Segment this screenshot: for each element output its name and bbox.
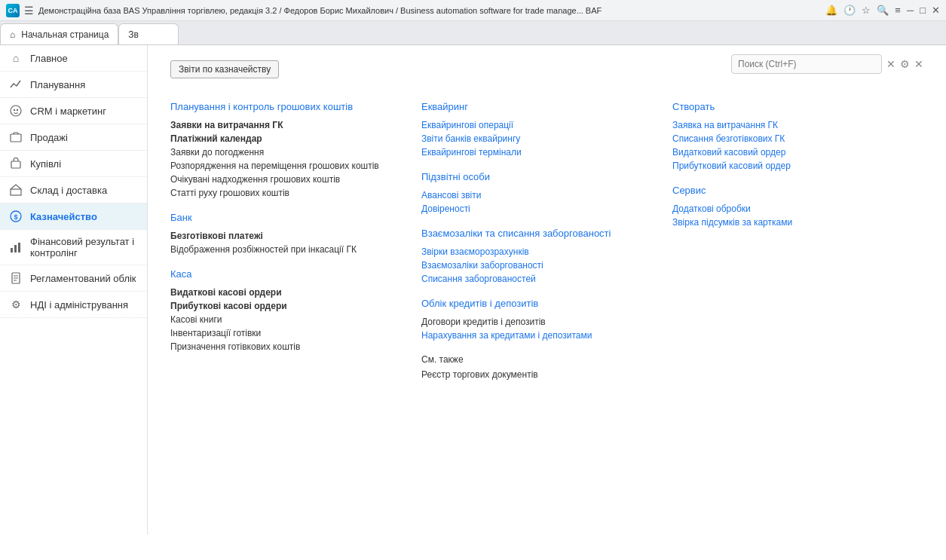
col2-eq-item-0[interactable]: Еквайрингові операції (421, 120, 657, 130)
col2-kredit-item-0[interactable]: Договори кредитів і депозитів (421, 317, 657, 327)
sidebar-item-regulated[interactable]: Регламентований облік (0, 265, 147, 292)
col2-section3-title: Взаємозаліки та списання заборгованості (421, 228, 657, 239)
sidebar-item-home[interactable]: ⌂ Главное (0, 45, 147, 72)
bell-icon[interactable]: 🔔 (825, 5, 837, 16)
content-area: ✕ ⚙ ✕ Звіти по казначейству Планування і… (148, 45, 946, 534)
col2-kredit-item-1[interactable]: Нарахування за кредитами і депозитами (421, 330, 657, 341)
col2-pid-item-1[interactable]: Довіреності (421, 203, 657, 214)
col1-section1-title: Планування і контроль грошових коштів (170, 101, 406, 112)
col3-create-item-0[interactable]: Заявка на витрачання ГК (672, 120, 908, 130)
col3-section1-title: Створать (672, 101, 908, 112)
sidebar-item-warehouse-label: Склад і доставка (30, 185, 107, 196)
col1-kasa-item-2[interactable]: Касові книги (170, 314, 406, 325)
sidebar-item-sales[interactable]: Продажі (0, 124, 147, 151)
sidebar-item-finance-label: Фінансовий результат і контролінг (30, 236, 138, 259)
col2-section1-title: Еквайринг (421, 101, 657, 112)
svg-rect-9 (14, 245, 17, 252)
col1-kasa-item-4[interactable]: Призначення готівкових коштів (170, 341, 406, 352)
warehouse-icon (9, 183, 23, 197)
col2-eq-item-2[interactable]: Еквайрингові термінали (421, 147, 657, 158)
col2-section2-title: Підзвітні особи (421, 171, 657, 182)
search-browser-icon[interactable]: 🔍 (877, 5, 889, 16)
col1-item-1[interactable]: Платіжний календар (170, 133, 406, 144)
col3-create-item-2[interactable]: Видатковий касовий ордер (672, 147, 908, 158)
col3-create-item-3[interactable]: Прибутковий касовий ордер (672, 161, 908, 171)
col2-vzaem-item-0[interactable]: Звірки взаєморозрахунків (421, 246, 657, 257)
admin-icon: ⚙ (9, 298, 23, 311)
sidebar-item-purchases[interactable]: Купівлі (0, 151, 147, 177)
reports-button[interactable]: Звіти по казначейству (170, 60, 279, 78)
search-input[interactable] (731, 54, 882, 74)
sidebar-item-purchases-label: Купівлі (30, 158, 61, 170)
maximize-icon[interactable]: □ (920, 5, 926, 16)
col1-item-0[interactable]: Заявки на витрачання ГК (170, 120, 406, 130)
search-settings-icon[interactable]: ⚙ (900, 58, 910, 70)
sidebar-item-crm[interactable]: CRM і маркетинг (0, 98, 147, 124)
see-also-label: См. также (421, 354, 657, 365)
treasury-icon: $ (9, 210, 23, 223)
planning-icon (9, 78, 23, 91)
tab-home[interactable]: ⌂ Начальная страница (0, 23, 118, 44)
col1-item-4[interactable]: Очікувані надходження грошових коштів (170, 174, 406, 185)
sidebar-item-crm-label: CRM і маркетинг (30, 106, 106, 117)
col1-kasa-item-0[interactable]: Видаткові касові ордери (170, 287, 406, 298)
col2-eq-item-1[interactable]: Звіти банків еквайрингу (421, 133, 657, 144)
sidebar-item-finance[interactable]: Фінансовий результат і контролінг (0, 230, 147, 265)
col1-item-5[interactable]: Статті руху грошових коштів (170, 188, 406, 198)
sidebar-item-planning-label: Планування (30, 79, 85, 90)
col2-vzaem-item-2[interactable]: Списання заборгованостей (421, 274, 657, 284)
search-clear-icon[interactable]: ✕ (886, 58, 895, 70)
minimize-icon[interactable]: ─ (907, 5, 914, 16)
column-2: Еквайринг Еквайрингові операції Звіти ба… (421, 101, 672, 383)
history-icon[interactable]: 🕐 (843, 5, 856, 16)
sidebar-item-admin-label: НДІ і адміністрування (30, 299, 128, 311)
sidebar-item-treasury[interactable]: $ Казначейство (0, 203, 147, 230)
finance-icon (9, 240, 23, 254)
col1-item-2[interactable]: Заявки до погодження (170, 147, 406, 158)
col1-bank-item-0[interactable]: Безготівкові платежі (170, 231, 406, 241)
browser-logo: CA (6, 4, 20, 17)
col1-kasa-item-3[interactable]: Інвентаризації готівки (170, 328, 406, 338)
col1-section2-title: Банк (170, 212, 406, 223)
sidebar-item-regulated-label: Регламентований облік (30, 273, 136, 284)
browser-actions: 🔔 🕐 ☆ 🔍 ≡ ─ □ ✕ (825, 5, 940, 16)
col1-kasa-item-1[interactable]: Прибуткові касові ордери (170, 301, 406, 311)
column-3: Створать Заявка на витрачання ГК Списанн… (672, 101, 923, 383)
col2-see-also-item-0[interactable]: Реєстр торгових документів (421, 369, 657, 380)
sales-icon (9, 130, 23, 144)
tab-second-label: Зв (128, 29, 139, 40)
col2-pid-item-0[interactable]: Авансові звіти (421, 190, 657, 200)
sidebar-item-planning[interactable]: Планування (0, 72, 147, 98)
browser-title: Демонстраційна база BAS Управління торгі… (38, 6, 821, 15)
sidebar: ⌂ Главное Планування CRM і маркетинг Про… (0, 45, 148, 534)
col1-bank-item-1[interactable]: Відображення розбіжностей при інкасації … (170, 244, 406, 255)
home-icon: ⌂ (9, 51, 23, 65)
svg-rect-10 (18, 243, 20, 252)
col3-service-item-1[interactable]: Звірка підсумків за картками (672, 217, 908, 228)
sidebar-item-treasury-label: Казначейство (30, 211, 97, 222)
settings-browser-icon[interactable]: ≡ (895, 5, 901, 16)
col3-create-item-1[interactable]: Списання безготівкових ГК (672, 133, 908, 144)
home-tab-icon: ⌂ (10, 29, 15, 40)
svg-text:$: $ (14, 213, 17, 221)
col2-section4-title: Облік кредитів і депозитів (421, 298, 657, 309)
regulated-icon (9, 271, 23, 285)
hamburger-icon[interactable]: ☰ (24, 5, 34, 17)
svg-rect-3 (11, 134, 21, 142)
tab-home-label: Начальная страница (21, 29, 109, 40)
sidebar-item-sales-label: Продажі (30, 132, 68, 143)
col2-vzaem-item-1[interactable]: Взаємозаліки заборгованості (421, 260, 657, 271)
col3-service-item-0[interactable]: Додаткові обробки (672, 203, 908, 214)
tab-second[interactable]: Зв (118, 23, 179, 44)
col1-section3-title: Каса (170, 268, 406, 280)
search-close-icon[interactable]: ✕ (914, 58, 923, 70)
column-1: Планування і контроль грошових коштів За… (170, 101, 421, 383)
sidebar-item-admin[interactable]: ⚙ НДІ і адміністрування (0, 292, 147, 318)
svg-point-1 (14, 109, 15, 111)
bookmark-icon[interactable]: ☆ (862, 5, 871, 16)
col1-item-3[interactable]: Розпорядження на переміщення грошових ко… (170, 161, 406, 171)
close-browser-icon[interactable]: ✕ (932, 5, 940, 16)
sidebar-item-warehouse[interactable]: Склад і доставка (0, 177, 147, 203)
svg-rect-5 (11, 189, 21, 195)
svg-rect-8 (11, 248, 13, 252)
